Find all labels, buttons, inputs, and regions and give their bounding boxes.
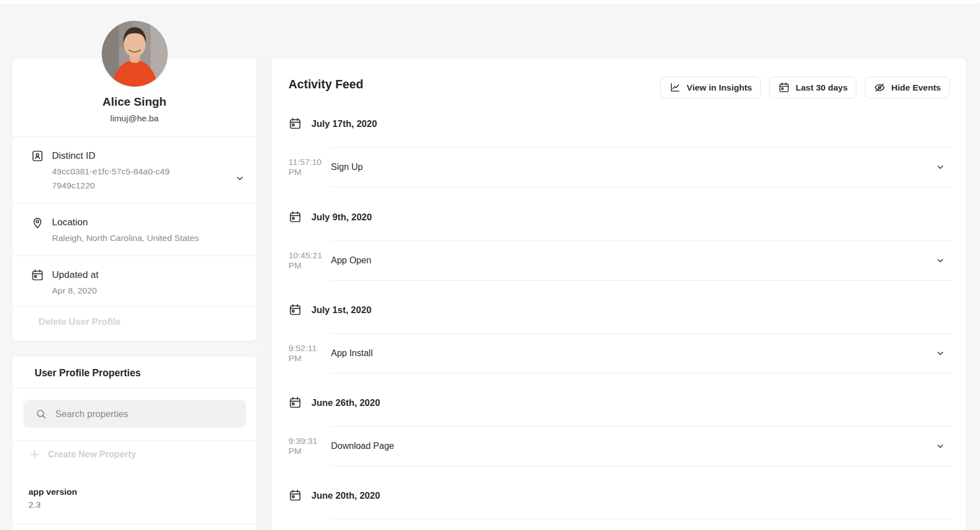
feed-toolbar: View in Insights Last 30 days Hide Eve: [660, 77, 950, 98]
location-pin-icon: [31, 216, 44, 229]
field-distinct-id: Distinct ID 49cc0381-e1fc-57c5-84a0-c497…: [31, 149, 247, 192]
divider: [12, 136, 257, 137]
eye-off-icon: [874, 82, 886, 93]
line-chart-icon: [669, 82, 681, 93]
divider: [12, 255, 257, 256]
view-in-insights-button[interactable]: View in Insights: [660, 77, 761, 98]
field-value: Apr 8, 2020: [52, 283, 98, 297]
top-strip: [0, 0, 980, 4]
divider: [331, 519, 952, 519]
delete-user-profile-button[interactable]: Delete User Profile: [39, 316, 121, 327]
divider: [12, 306, 257, 307]
feed-date-header: June 20th, 2020: [288, 485, 952, 505]
field-label: Distinct ID: [52, 149, 174, 163]
button-label: View in Insights: [687, 83, 752, 93]
user-profile-card: Alice Singh limuj@he.ba Distinct ID 49cc…: [12, 58, 257, 342]
field-label: Updated at: [52, 268, 98, 282]
property-name: app version: [29, 485, 245, 498]
field-label: Location: [52, 216, 199, 229]
field-value: Raleigh, North Carolina, United States: [52, 231, 199, 245]
divider: [12, 387, 257, 388]
calendar-icon: [288, 303, 302, 316]
event-row[interactable]: 10:45:21 PM App Open: [331, 241, 952, 281]
event-row[interactable]: 9:39:31 PM Download Page: [331, 427, 952, 466]
divider: [12, 441, 257, 441]
divider: [12, 203, 257, 204]
user-profile-properties-card: User Profile Properties Create New Prope…: [12, 356, 257, 530]
event-row[interactable]: 11:57:10 PM Sign Up: [331, 148, 952, 187]
feed-date: June 26th, 2020: [311, 397, 380, 408]
event-row[interactable]: 9:52:11 PM App Install: [331, 334, 952, 373]
calendar-icon: [778, 82, 790, 93]
button-label: Hide Events: [891, 83, 941, 93]
feed-group: July 1st, 2020 9:52:11 PM App Install: [288, 300, 952, 373]
chevron-down-icon[interactable]: [935, 255, 945, 266]
search-icon: [35, 408, 47, 420]
feed-group: July 17th, 2020 11:57:10 PM Sign Up: [288, 113, 952, 187]
button-label: Last 30 days: [796, 83, 848, 93]
search-properties-box[interactable]: [23, 400, 246, 428]
create-new-property-label: Create New Property: [48, 449, 136, 460]
chevron-down-icon[interactable]: [235, 173, 245, 183]
feed-date: July 17th, 2020: [311, 119, 377, 129]
field-updated-at: Updated at Apr 8, 2020: [31, 268, 247, 297]
chevron-down-icon[interactable]: [935, 348, 945, 358]
property-value: 2.3: [29, 498, 245, 511]
chevron-down-icon[interactable]: [935, 162, 945, 172]
calendar-icon: [31, 268, 44, 282]
feed-group: July 9th, 2020 10:45:21 PM App Open: [288, 207, 952, 281]
calendar-icon: [288, 396, 302, 409]
feed-date: July 9th, 2020: [311, 212, 372, 223]
feed-date: June 20th, 2020: [311, 490, 380, 501]
profile-name: Alice Singh: [12, 95, 257, 108]
hide-events-button[interactable]: Hide Events: [865, 77, 950, 98]
event-time: 9:39:31 PM: [288, 436, 331, 456]
divider: [12, 524, 257, 524]
feed-date-header: July 9th, 2020: [288, 207, 952, 227]
plus-icon: [29, 449, 40, 460]
avatar: [102, 21, 168, 87]
create-new-property-button[interactable]: Create New Property: [29, 449, 136, 460]
properties-title: User Profile Properties: [35, 367, 141, 379]
event-name: Download Page: [331, 441, 394, 451]
feed-group: June 26th, 2020 9:39:31 PM Download Page: [288, 392, 952, 466]
event-name: App Install: [331, 348, 373, 358]
feed-date-header: July 1st, 2020: [288, 300, 952, 320]
last-30-days-button[interactable]: Last 30 days: [769, 77, 856, 98]
event-time: 9:52:11 PM: [288, 343, 331, 363]
chevron-down-icon[interactable]: [935, 441, 945, 451]
calendar-icon: [288, 489, 302, 502]
feed-group: June 20th, 2020: [288, 485, 952, 519]
feed-date-header: June 26th, 2020: [288, 392, 952, 413]
activity-feed-card: Activity Feed View in Insights Last 30 d…: [271, 58, 967, 530]
event-time: 10:45:21 PM: [288, 250, 331, 271]
field-location: Location Raleigh, North Carolina, United…: [31, 216, 247, 245]
property-item[interactable]: app version 2.3: [29, 485, 245, 511]
feed-date-header: July 17th, 2020: [288, 113, 952, 134]
id-badge-icon: [31, 149, 44, 163]
event-time: 11:57:10 PM: [288, 157, 331, 177]
activity-feed-title: Activity Feed: [288, 78, 363, 92]
profile-email: limuj@he.ba: [12, 113, 257, 124]
calendar-icon: [288, 210, 302, 224]
field-value: 49cc0381-e1fc-57c5-84a0-c497949c1220: [52, 164, 174, 192]
search-properties-input[interactable]: [54, 399, 246, 428]
event-name: App Open: [331, 255, 371, 266]
feed-date: July 1st, 2020: [311, 305, 371, 315]
event-name: Sign Up: [331, 162, 363, 172]
calendar-icon: [288, 117, 302, 130]
